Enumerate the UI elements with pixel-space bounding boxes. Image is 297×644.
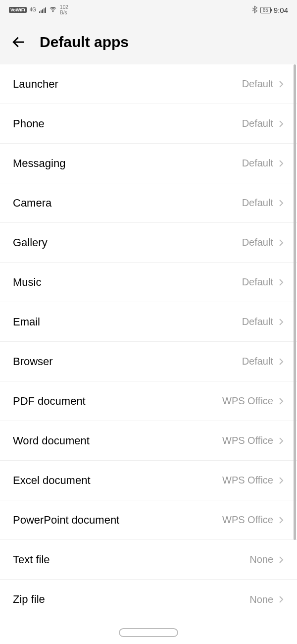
row-music[interactable]: Music Default <box>0 263 297 302</box>
row-powerpoint-document[interactable]: PowerPoint document WPS Office <box>0 500 297 540</box>
signal-icon <box>39 7 46 13</box>
row-label: PDF document <box>13 395 86 408</box>
chevron-right-icon <box>278 198 284 208</box>
chevron-right-icon <box>278 159 284 168</box>
chevron-right-icon <box>278 396 284 406</box>
row-label: Camera <box>13 197 51 210</box>
row-label: Word document <box>13 434 90 447</box>
wifi-icon <box>49 5 57 15</box>
status-right: 65 9:04 <box>251 5 288 15</box>
chevron-right-icon <box>278 277 284 287</box>
row-text-file[interactable]: Text file None <box>0 540 297 580</box>
chevron-right-icon <box>278 238 284 248</box>
row-label: Browser <box>13 355 53 368</box>
row-label: Music <box>13 276 41 289</box>
row-label: Messaging <box>13 157 65 170</box>
row-value: WPS Office <box>222 395 273 407</box>
row-value: Default <box>242 118 273 129</box>
row-value: WPS Office <box>222 514 273 526</box>
back-button[interactable] <box>10 33 28 51</box>
row-label: Email <box>13 316 40 328</box>
row-value: None <box>249 554 273 565</box>
row-value: Default <box>242 276 273 288</box>
network-speed: 102 B/s <box>60 4 68 15</box>
row-launcher[interactable]: Launcher Default <box>0 64 297 104</box>
row-value: Default <box>242 237 273 248</box>
arrow-left-icon <box>11 34 27 50</box>
row-value: Default <box>242 197 273 209</box>
header: Default apps <box>0 20 297 64</box>
row-label: Phone <box>13 117 45 130</box>
row-label: Excel document <box>13 474 91 487</box>
chevron-right-icon <box>278 79 284 89</box>
clock: 9:04 <box>274 6 288 14</box>
row-label: PowerPoint document <box>13 514 119 527</box>
chevron-right-icon <box>278 594 284 604</box>
row-word-document[interactable]: Word document WPS Office <box>0 421 297 461</box>
chevron-right-icon <box>278 357 284 367</box>
svg-point-0 <box>52 11 53 11</box>
chevron-right-icon <box>278 476 284 485</box>
row-value: Default <box>242 158 273 169</box>
row-label: Text file <box>13 553 50 566</box>
row-value: WPS Office <box>222 475 273 486</box>
scrollbar[interactable] <box>294 64 296 540</box>
home-indicator[interactable] <box>119 628 178 637</box>
row-phone[interactable]: Phone Default <box>0 104 297 144</box>
network-type: 4G <box>30 7 36 12</box>
row-label: Launcher <box>13 78 58 91</box>
row-value: Default <box>242 78 273 90</box>
page-title: Default apps <box>40 34 129 51</box>
row-label: Zip file <box>13 593 45 606</box>
row-camera[interactable]: Camera Default <box>0 183 297 223</box>
status-left: VoWiFi 4G 102 B/s <box>9 4 68 15</box>
row-pdf-document[interactable]: PDF document WPS Office <box>0 381 297 421</box>
battery-icon: 65 <box>260 7 271 13</box>
row-value: Default <box>242 316 273 327</box>
chevron-right-icon <box>278 515 284 525</box>
chevron-right-icon <box>278 555 284 565</box>
row-value: WPS Office <box>222 435 273 446</box>
chevron-right-icon <box>278 317 284 327</box>
row-gallery[interactable]: Gallery Default <box>0 223 297 263</box>
row-email[interactable]: Email Default <box>0 302 297 342</box>
status-bar: VoWiFi 4G 102 B/s 65 9:04 <box>0 0 297 20</box>
chevron-right-icon <box>278 436 284 446</box>
bluetooth-icon <box>251 5 257 15</box>
row-excel-document[interactable]: Excel document WPS Office <box>0 461 297 500</box>
vowifi-badge: VoWiFi <box>9 7 27 13</box>
row-zip-file[interactable]: Zip file None <box>0 580 297 619</box>
row-value: None <box>249 594 273 605</box>
chevron-right-icon <box>278 119 284 129</box>
row-browser[interactable]: Browser Default <box>0 342 297 381</box>
row-label: Gallery <box>13 236 48 249</box>
row-messaging[interactable]: Messaging Default <box>0 144 297 183</box>
settings-list: Launcher Default Phone Default Messaging… <box>0 64 297 619</box>
row-value: Default <box>242 356 273 367</box>
